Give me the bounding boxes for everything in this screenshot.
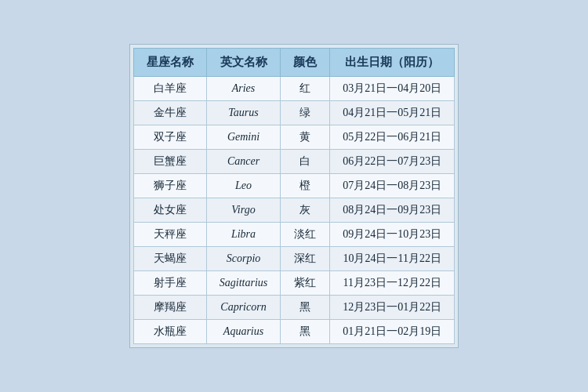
table-row: 金牛座Taurus绿04月21日一05月21日 <box>133 101 454 125</box>
cell-color: 黄 <box>281 125 330 150</box>
cell-english-name: Cancer <box>206 150 280 174</box>
cell-dates: 12月23日一01月22日 <box>330 296 455 320</box>
table-row: 水瓶座Aquarius黑01月21日一02月19日 <box>133 320 454 344</box>
cell-chinese-name: 白羊座 <box>133 77 206 101</box>
cell-english-name: Leo <box>206 174 280 198</box>
cell-english-name: Aries <box>206 77 280 101</box>
header-color: 颜色 <box>281 49 330 77</box>
cell-dates: 01月21日一02月19日 <box>330 320 455 344</box>
cell-dates: 08月24日一09月23日 <box>330 198 455 223</box>
cell-english-name: Taurus <box>206 101 280 125</box>
cell-chinese-name: 摩羯座 <box>133 296 206 320</box>
cell-chinese-name: 水瓶座 <box>133 320 206 344</box>
cell-dates: 09月24日一10月23日 <box>330 223 455 247</box>
cell-color: 红 <box>281 77 330 101</box>
cell-chinese-name: 狮子座 <box>133 174 206 198</box>
cell-color: 橙 <box>281 174 330 198</box>
table-header-row: 星座名称 英文名称 颜色 出生日期（阳历） <box>133 49 454 77</box>
cell-color: 黑 <box>281 296 330 320</box>
cell-dates: 06月22日一07月23日 <box>330 150 455 174</box>
cell-dates: 07月24日一08月23日 <box>330 174 455 198</box>
table-row: 天秤座Libra淡红09月24日一10月23日 <box>133 223 454 247</box>
table-body: 白羊座Aries红03月21日一04月20日金牛座Taurus绿04月21日一0… <box>133 77 454 344</box>
cell-chinese-name: 射手座 <box>133 271 206 296</box>
cell-color: 深红 <box>281 247 330 271</box>
zodiac-table: 星座名称 英文名称 颜色 出生日期（阳历） 白羊座Aries红03月21日一04… <box>133 48 455 344</box>
cell-english-name: Virgo <box>206 198 280 223</box>
table-row: 射手座Sagittarius紫红11月23日一12月22日 <box>133 271 454 296</box>
cell-english-name: Sagittarius <box>206 271 280 296</box>
cell-english-name: Libra <box>206 223 280 247</box>
table-row: 摩羯座Capricorn黑12月23日一01月22日 <box>133 296 454 320</box>
cell-chinese-name: 天秤座 <box>133 223 206 247</box>
cell-dates: 05月22日一06月21日 <box>330 125 455 150</box>
table-row: 狮子座Leo橙07月24日一08月23日 <box>133 174 454 198</box>
cell-chinese-name: 处女座 <box>133 198 206 223</box>
cell-dates: 04月21日一05月21日 <box>330 101 455 125</box>
cell-color: 紫红 <box>281 271 330 296</box>
cell-color: 黑 <box>281 320 330 344</box>
cell-color: 绿 <box>281 101 330 125</box>
table-row: 巨蟹座Cancer白06月22日一07月23日 <box>133 150 454 174</box>
cell-color: 淡红 <box>281 223 330 247</box>
header-english-name: 英文名称 <box>206 49 280 77</box>
cell-english-name: Scorpio <box>206 247 280 271</box>
cell-chinese-name: 巨蟹座 <box>133 150 206 174</box>
cell-dates: 10月24日一11月22日 <box>330 247 455 271</box>
table-row: 白羊座Aries红03月21日一04月20日 <box>133 77 454 101</box>
cell-color: 灰 <box>281 198 330 223</box>
cell-color: 白 <box>281 150 330 174</box>
cell-dates: 03月21日一04月20日 <box>330 77 455 101</box>
cell-chinese-name: 天蝎座 <box>133 247 206 271</box>
cell-english-name: Gemini <box>206 125 280 150</box>
table-row: 天蝎座Scorpio深红10月24日一11月22日 <box>133 247 454 271</box>
table-row: 处女座Virgo灰08月24日一09月23日 <box>133 198 454 223</box>
header-chinese-name: 星座名称 <box>133 49 206 77</box>
cell-english-name: Capricorn <box>206 296 280 320</box>
cell-chinese-name: 金牛座 <box>133 101 206 125</box>
table-row: 双子座Gemini黄05月22日一06月21日 <box>133 125 454 150</box>
cell-chinese-name: 双子座 <box>133 125 206 150</box>
zodiac-table-container: 星座名称 英文名称 颜色 出生日期（阳历） 白羊座Aries红03月21日一04… <box>129 44 459 348</box>
cell-english-name: Aquarius <box>206 320 280 344</box>
header-dates: 出生日期（阳历） <box>330 49 455 77</box>
cell-dates: 11月23日一12月22日 <box>330 271 455 296</box>
